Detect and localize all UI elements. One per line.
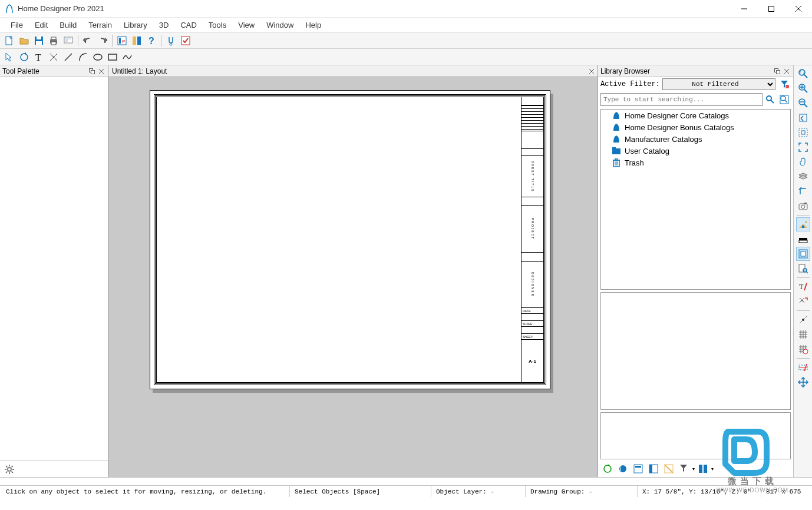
maximize-button[interactable]: [758, 0, 785, 18]
tree-item-trash[interactable]: Trash: [601, 157, 790, 168]
help-icon[interactable]: ?: [144, 34, 159, 48]
spline-tool-icon[interactable]: [120, 50, 134, 64]
filter-select[interactable]: Not Filtered: [662, 78, 775, 90]
lib-tb-6-icon[interactable]: [677, 462, 691, 476]
snap-icon[interactable]: [796, 313, 810, 327]
point-check-icon[interactable]: [796, 294, 810, 309]
tree-item-manufacturer[interactable]: Manufacturer Catalogs: [601, 133, 790, 145]
select-tool-icon[interactable]: [2, 50, 16, 64]
pan-icon[interactable]: [796, 155, 810, 169]
grid-icon[interactable]: [796, 327, 810, 342]
defaults-icon[interactable]: [130, 34, 144, 48]
zoom-out-icon[interactable]: [796, 96, 810, 110]
svg-rect-9: [51, 37, 56, 39]
undock-icon[interactable]: [88, 67, 96, 75]
document-area: Untitled 1: Layout SHEET TITLE PROJECT: [108, 65, 598, 477]
line-tool-icon[interactable]: [61, 50, 75, 64]
undo-zoom-icon[interactable]: [796, 111, 810, 125]
library-tree[interactable]: Home Designer Core Catalogs Home Designe…: [600, 109, 791, 290]
new-file-icon[interactable]: [2, 34, 16, 48]
text-tool-icon[interactable]: T: [32, 50, 46, 64]
minimize-button[interactable]: [731, 0, 758, 18]
canvas[interactable]: SHEET TITLE PROJECT DESIGNER DATE: SCALE…: [108, 77, 598, 477]
document-tab[interactable]: Untitled 1: Layout: [108, 65, 598, 77]
menu-view[interactable]: View: [232, 19, 260, 31]
svg-rect-18: [137, 37, 141, 45]
menu-tools[interactable]: Tools: [203, 19, 232, 31]
lib-close-icon[interactable]: [783, 67, 791, 75]
point-tool-icon[interactable]: [47, 50, 61, 64]
horizontal-scrollbar[interactable]: [0, 477, 812, 485]
lib-tb-1-icon[interactable]: [600, 462, 615, 476]
refresh-icon[interactable]: [17, 50, 31, 64]
gear-icon[interactable]: [2, 462, 16, 476]
redo-icon[interactable]: [95, 34, 110, 48]
fullscreen-icon[interactable]: [796, 140, 810, 154]
doc-close-icon[interactable]: [589, 69, 594, 74]
color-icon[interactable]: [796, 232, 810, 246]
print-preview-icon[interactable]: [61, 34, 75, 48]
open-file-icon[interactable]: [17, 34, 31, 48]
dimension-icon[interactable]: [796, 360, 810, 375]
right-toolbar: T: [793, 65, 812, 477]
svg-line-26: [65, 54, 72, 61]
preferences-icon[interactable]: [164, 34, 178, 48]
lib-tb-3-icon[interactable]: [631, 462, 645, 476]
search-input[interactable]: [600, 93, 763, 106]
lib-tb-7-icon[interactable]: [696, 462, 710, 476]
tree-item-user[interactable]: User Catalog: [601, 145, 790, 157]
layers-icon[interactable]: P: [115, 34, 129, 48]
rectangle-tool-icon[interactable]: [105, 50, 120, 64]
tree-item-label: Trash: [625, 158, 644, 167]
menu-library[interactable]: Library: [118, 19, 153, 31]
search-options-icon[interactable]: [778, 93, 791, 106]
tree-item-bonus[interactable]: Home Designer Bonus Catalogs: [601, 121, 790, 133]
menu-edit[interactable]: Edit: [29, 19, 54, 31]
lib-undock-icon[interactable]: [773, 67, 781, 75]
menubar: File Edit Build Terrain Library 3D CAD T…: [0, 18, 812, 32]
move-icon[interactable]: [796, 375, 810, 389]
filter-label: Active Filter:: [600, 80, 660, 88]
zoom-in-icon[interactable]: [796, 81, 810, 95]
panel-close-icon[interactable]: [97, 67, 105, 75]
lib-tb-2-icon[interactable]: [616, 462, 630, 476]
lib-tb-5-icon[interactable]: [662, 462, 676, 476]
menu-terrain[interactable]: Terrain: [82, 19, 118, 31]
search-icon[interactable]: [764, 93, 777, 106]
lib-tb-4-icon[interactable]: [646, 462, 661, 476]
zoom-window-icon[interactable]: [796, 67, 810, 81]
refresh-display-icon[interactable]: [796, 247, 810, 261]
camera-icon[interactable]: [796, 199, 810, 213]
menu-3d[interactable]: 3D: [153, 19, 175, 31]
fill-window-icon[interactable]: [796, 125, 810, 140]
grid-snap-icon[interactable]: [796, 342, 810, 356]
statusbar: Click on any object to select it for mov…: [0, 485, 812, 497]
check-icon[interactable]: [179, 34, 193, 48]
svg-text:P: P: [122, 39, 125, 44]
save-icon[interactable]: [32, 34, 46, 48]
arc-tool-icon[interactable]: [76, 50, 90, 64]
svg-rect-71: [699, 465, 702, 473]
print-icon[interactable]: [47, 34, 61, 48]
filter-add-icon[interactable]: +: [778, 78, 791, 91]
status-coords: X: 17 5/8", Y: 13/16", Z: 0": [638, 486, 761, 497]
tool-palette-panel: Tool Palette: [0, 65, 108, 477]
tree-item-core[interactable]: Home Designer Core Catalogs: [601, 110, 790, 121]
find-icon[interactable]: [796, 261, 810, 276]
menu-window[interactable]: Window: [260, 19, 299, 31]
menu-cad[interactable]: CAD: [174, 19, 202, 31]
reference-icon[interactable]: [796, 184, 810, 198]
layers-display-icon[interactable]: [796, 170, 810, 184]
undo-icon[interactable]: [81, 34, 95, 48]
status-size: 817 x 675: [761, 486, 811, 497]
status-layer: Object Layer: -: [431, 486, 526, 497]
close-button[interactable]: [785, 0, 812, 18]
menu-file[interactable]: File: [5, 19, 29, 31]
svg-text:T: T: [35, 52, 41, 62]
sheet-view-icon[interactable]: [796, 217, 810, 231]
menu-build[interactable]: Build: [54, 19, 82, 31]
circle-tool-icon[interactable]: [91, 50, 105, 64]
library-preview-2: [600, 412, 791, 459]
text-check-icon[interactable]: T: [796, 280, 810, 294]
menu-help[interactable]: Help: [299, 19, 327, 31]
